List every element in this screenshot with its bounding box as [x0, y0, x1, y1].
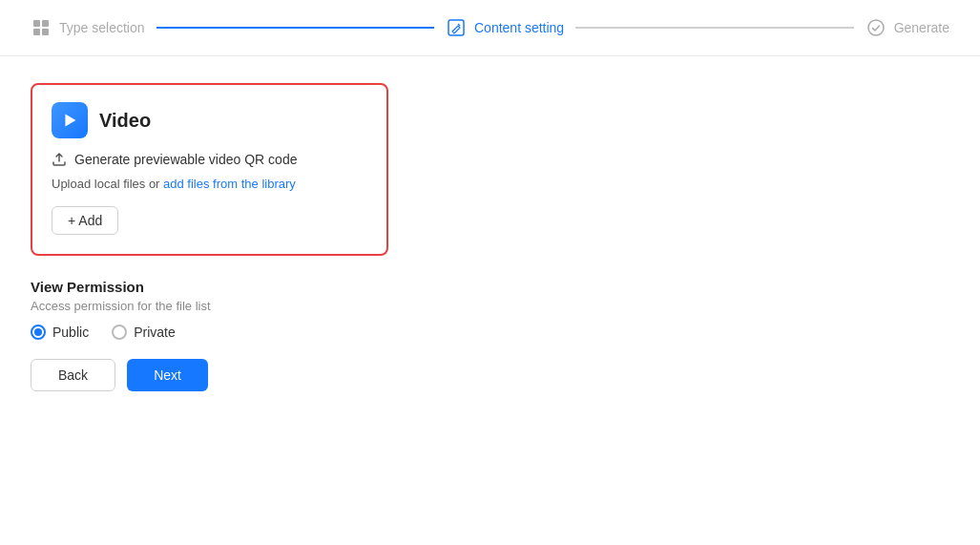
- generate-label: Generate previewable video QR code: [74, 152, 297, 167]
- stepper: Type selection Content setting Generate: [0, 0, 980, 56]
- permission-section: View Permission Access permission for th…: [31, 279, 949, 340]
- video-card-header: Video: [52, 102, 367, 138]
- step-line-2: [575, 27, 853, 29]
- svg-rect-2: [33, 29, 40, 35]
- video-icon-box: [52, 102, 88, 138]
- svg-marker-6: [65, 115, 75, 127]
- svg-rect-1: [42, 20, 49, 27]
- radio-private-circle: [112, 325, 127, 340]
- check-circle-icon: [865, 17, 886, 38]
- upload-hint-prefix: Upload local files or: [52, 177, 163, 191]
- permission-subtitle: Access permission for the file list: [31, 299, 949, 313]
- add-button[interactable]: + Add: [52, 206, 118, 235]
- radio-private[interactable]: Private: [112, 325, 176, 340]
- permission-title: View Permission: [31, 279, 949, 295]
- upload-icon: [52, 152, 67, 167]
- video-card: Video Generate previewable video QR code…: [31, 83, 388, 256]
- svg-rect-0: [33, 20, 40, 27]
- radio-public-circle: [31, 325, 46, 340]
- upload-hint: Upload local files or add files from the…: [52, 177, 367, 191]
- main-content: Video Generate previewable video QR code…: [0, 56, 980, 418]
- action-buttons: Back Next: [31, 359, 949, 391]
- step-content-setting: Content setting: [446, 17, 564, 38]
- radio-public[interactable]: Public: [31, 325, 89, 340]
- step-generate: Generate: [865, 17, 949, 38]
- radio-public-label: Public: [52, 325, 89, 340]
- step-type-selection: Type selection: [31, 17, 145, 38]
- video-title: Video: [99, 110, 151, 132]
- next-button[interactable]: Next: [127, 359, 208, 391]
- edit-icon: [446, 17, 467, 38]
- svg-point-5: [868, 20, 884, 35]
- radio-private-label: Private: [134, 325, 176, 340]
- step-line-1: [156, 27, 434, 29]
- step-type-selection-label: Type selection: [59, 20, 145, 35]
- generate-row: Generate previewable video QR code: [52, 152, 367, 167]
- upload-hint-link[interactable]: add files from the library: [163, 177, 296, 191]
- step-generate-label: Generate: [894, 20, 949, 35]
- radio-group: Public Private: [31, 325, 949, 340]
- step-content-setting-label: Content setting: [474, 20, 564, 35]
- back-button[interactable]: Back: [31, 359, 115, 391]
- svg-rect-3: [42, 29, 49, 35]
- grid-icon: [31, 17, 52, 38]
